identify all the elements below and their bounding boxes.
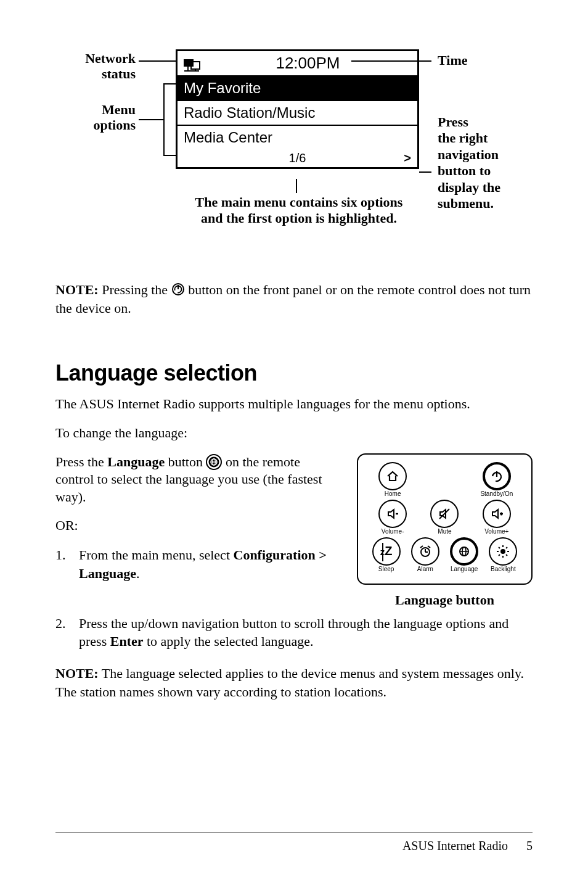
step-text: From the main menu, select — [79, 547, 234, 563]
language-button-icon — [206, 454, 222, 470]
screen-statusbar: 12:00PM — [178, 51, 417, 76]
network-status-icon — [182, 56, 203, 72]
svg-line-22 — [420, 546, 423, 548]
note-label: NOTE: — [55, 282, 99, 297]
remote-mute-button — [430, 500, 459, 528]
note-label: NOTE: — [55, 666, 99, 681]
remote-label-backlight: Backlight — [488, 566, 518, 572]
connector-line — [382, 543, 383, 561]
text-part: Press the — [55, 454, 107, 469]
remote-volume-up-button — [483, 500, 511, 528]
text-part: button — [165, 454, 206, 469]
remote-backlight-button — [489, 537, 517, 566]
power-icon — [171, 283, 185, 296]
device-screen-diagram: Network status Menu options 12:00PM My F… — [55, 49, 533, 259]
remote-language-button-highlighted — [450, 537, 478, 566]
remote-sleep-button: zZ — [372, 537, 401, 566]
menu-row: Media Center — [178, 126, 417, 149]
remote-volume-down-button — [378, 500, 407, 528]
change-lang-lead: To change the language: — [55, 424, 533, 442]
remote-label-volup: Volume+ — [478, 528, 515, 535]
step-text: . — [136, 566, 140, 581]
remote-label-mute: Mute — [426, 528, 463, 535]
section-heading: Language selection — [55, 360, 533, 386]
step-text: to apply the selected language. — [143, 633, 313, 649]
screen-time: 12:00PM — [203, 54, 412, 73]
step-1: From the main menu, select Configuration… — [55, 546, 341, 582]
press-language-paragraph: Press the Language button on the remote … — [55, 453, 341, 506]
intro-paragraph: The ASUS Internet Radio supports multipl… — [55, 395, 533, 413]
note-text: The language selected applies to the dev… — [55, 666, 524, 699]
screen-footer: 1/6 > — [178, 149, 417, 167]
svg-point-27 — [500, 549, 505, 554]
menu-row-selected: My Favorite — [178, 76, 417, 101]
svg-line-33 — [506, 555, 507, 556]
label-network-status: Network status — [55, 51, 136, 82]
remote-control-diagram: Home Standby/On Volume- Mute Volume+ zZ — [357, 453, 533, 585]
remote-label-language: Language — [449, 566, 480, 572]
svg-line-32 — [499, 547, 500, 548]
footer-product: ASUS Internet Radio — [402, 839, 508, 852]
or-text: OR: — [55, 517, 341, 535]
connector-line — [139, 60, 176, 62]
remote-home-button — [378, 462, 407, 490]
remote-label-alarm: Alarm — [410, 566, 441, 572]
diagram-caption: The main menu contains six options and t… — [185, 194, 413, 227]
button-name-bold: Language — [107, 454, 165, 469]
note-press-power: NOTE: Pressing the button on the front p… — [55, 281, 533, 317]
svg-line-35 — [506, 547, 507, 548]
connector-line — [296, 179, 297, 193]
menu-bracket — [163, 83, 176, 156]
footer-page-number: 5 — [526, 839, 533, 852]
svg-rect-0 — [184, 59, 194, 67]
label-time: Time — [438, 52, 467, 68]
label-menu-options: Menu options — [55, 102, 136, 133]
remote-label-standby: Standby/On — [478, 490, 515, 497]
connector-line — [139, 119, 163, 120]
label-press-right: Press the right navigation button to dis… — [438, 114, 500, 212]
menu-row: Radio Station/Music — [178, 101, 417, 126]
svg-line-23 — [428, 546, 430, 548]
connector-line — [351, 60, 431, 62]
device-screen: 12:00PM My Favorite Radio Station/Music … — [176, 49, 419, 169]
note-text: Pressing the — [99, 282, 171, 297]
remote-label-voldown: Volume- — [374, 528, 411, 535]
note-language-scope: NOTE: The language selected applies to t… — [55, 664, 533, 701]
remote-alarm-button — [411, 537, 439, 566]
page-indicator: 1/6 — [289, 151, 306, 165]
connector-line — [419, 171, 431, 173]
svg-line-34 — [499, 555, 500, 556]
remote-power-button — [483, 462, 511, 490]
step-bold: Enter — [110, 633, 144, 649]
step-2: Press the up/down navigation button to s… — [55, 614, 533, 651]
page-footer: ASUS Internet Radio 5 — [55, 832, 533, 853]
remote-label-home: Home — [374, 490, 411, 497]
remote-label-sleep: Sleep — [371, 566, 402, 572]
nav-arrow: > — [306, 151, 411, 165]
remote-caption: Language button — [357, 592, 533, 608]
